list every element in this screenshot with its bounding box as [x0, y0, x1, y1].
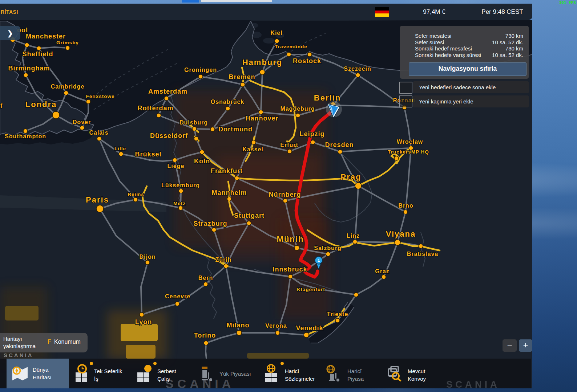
city-dot-Erfurt[interactable]	[287, 149, 292, 154]
zoom-out-button[interactable]: −	[503, 339, 517, 352]
city-label-Magdeburg[interactable]: Magdeburg	[280, 106, 315, 112]
city-label-Birmingham[interactable]: Birmingham	[8, 65, 50, 72]
city-label-Groningen[interactable]: Groningen	[184, 67, 217, 73]
city-label-Calais[interactable]: Calais	[89, 130, 108, 136]
city-label-Strazburg[interactable]: Strazburg	[193, 220, 227, 227]
city-dot-Felixstowe[interactable]	[86, 99, 90, 104]
city-dot-Düsseldorf[interactable]	[194, 136, 198, 141]
tab-current-convoy[interactable]: MevcutKonvoy	[382, 359, 445, 388]
city-dot-Zürih[interactable]	[224, 264, 228, 268]
city-dot-Londra[interactable]	[52, 111, 60, 119]
city-label-Klagenfurt[interactable]: Klagenfurt	[297, 287, 325, 292]
city-label-Amsterdam[interactable]: Amsterdam	[148, 88, 187, 95]
city-dot-Trieste[interactable]	[335, 318, 340, 323]
city-label-Lyon[interactable]: Lyon	[135, 318, 152, 326]
city-dot-Liège[interactable]	[173, 158, 177, 162]
city-label-Trieste[interactable]: Trieste	[327, 311, 348, 317]
city-dot-Milano[interactable]	[237, 330, 242, 335]
zoom-in-button[interactable]: +	[519, 339, 532, 352]
city-dot-Dover[interactable]	[80, 126, 84, 130]
tab-cargo-market[interactable]: Yük Piyasası	[195, 359, 256, 388]
city-dot-Metz[interactable]	[178, 206, 183, 210]
city-dot-Mannheim[interactable]	[227, 197, 231, 201]
city-label-Rotterdam[interactable]: Rotterdam	[137, 105, 173, 112]
city-label-Milano[interactable]: Milano	[227, 322, 250, 329]
city-label-Hamburg[interactable]: Hamburg	[242, 58, 283, 67]
city-label-Grimsby[interactable]: Grimsby	[56, 40, 79, 45]
city-label-Münih[interactable]: Münih	[277, 234, 304, 244]
city-dot-Lyon[interactable]	[140, 313, 144, 317]
city-label-Zürih[interactable]: Zürih	[215, 257, 232, 263]
city-dot-Bratislava[interactable]	[419, 244, 423, 248]
city-dot-Dresden[interactable]	[338, 150, 342, 154]
city-dot-Torino[interactable]	[204, 341, 208, 345]
city-dot[interactable]	[354, 293, 358, 297]
city-dot-Paris[interactable]	[96, 205, 104, 212]
city-label-Salzburg[interactable]: Salzburg	[314, 245, 342, 251]
city-dot-Travemünde[interactable]	[287, 52, 291, 57]
city-label-Londra[interactable]: Londra	[25, 100, 57, 109]
city-dot-Nürnberg[interactable]	[283, 199, 287, 203]
city-label-Paris[interactable]: Paris	[86, 195, 109, 204]
city-dot-Linz[interactable]	[353, 240, 357, 244]
city-label-Brüksel[interactable]: Brüksel	[135, 151, 161, 158]
city-label-Lille[interactable]: Lille	[114, 146, 126, 151]
city-dot-Frankfurt[interactable]	[235, 176, 239, 180]
city-label-Osnabrück[interactable]: Osnabrück	[211, 99, 245, 105]
city-dot-Prag[interactable]	[355, 183, 362, 189]
sidebar-expand-button[interactable]: ❯	[0, 26, 20, 40]
city-dot-Hannover[interactable]	[259, 110, 263, 114]
city-dot-Venedik[interactable]	[304, 332, 309, 338]
city-label-Erfurt[interactable]: Erfurt	[280, 142, 298, 148]
city-label-Innsbruck[interactable]: Innsbruck	[273, 266, 307, 273]
tab-quick-job[interactable]: Tek Seferlikİş	[70, 359, 132, 388]
city-dot-Osnabrück[interactable]	[226, 106, 230, 111]
city-label-Cambridge[interactable]: Cambridge	[51, 83, 85, 90]
city-label-Brno[interactable]: Brno	[398, 203, 413, 209]
city-label-Rostock[interactable]: Rostock	[293, 57, 321, 65]
reset-navigation-button[interactable]: Navigasyonu sıfırla	[409, 62, 526, 76]
city-label-Mannheim[interactable]: Mannheim	[211, 189, 247, 196]
city-dot-Grimsby[interactable]	[65, 46, 70, 50]
append-destinations-checkbox[interactable]	[399, 82, 412, 94]
city-label-Liège[interactable]: Liège	[168, 163, 185, 169]
city-dot-Leipzig[interactable]	[311, 140, 315, 144]
city-dot-Innsbruck[interactable]	[288, 274, 292, 279]
city-label-Frankfurt[interactable]: Frankfurt	[211, 167, 243, 175]
city-dot-Calais[interactable]	[97, 136, 101, 141]
city-dot-Reims[interactable]	[133, 197, 138, 202]
city-dot-Dijon[interactable]	[145, 260, 150, 265]
city-label-Düsseldorf[interactable]: Düsseldorf	[150, 132, 188, 139]
city-dot-Rostock[interactable]	[307, 52, 312, 57]
add-avoid-point-label[interactable]: Yeni kaçınma yeri ekle	[413, 95, 529, 107]
city-dot-Amsterdam[interactable]	[164, 96, 169, 101]
city-dot-Stuttgart[interactable]	[247, 221, 251, 225]
city-dot-Bremen[interactable]	[241, 82, 245, 87]
city-dot-Dortmund[interactable]	[210, 127, 215, 131]
city-dot-Cambridge[interactable]	[64, 91, 68, 95]
city-label-Manchester[interactable]: Manchester	[26, 33, 66, 40]
city-label-Bratislava[interactable]: Bratislava	[407, 251, 439, 257]
city-label-f[interactable]: f	[0, 102, 3, 110]
city-label-Wrocław[interactable]: Wrocław	[397, 139, 423, 145]
city-label-Viyana[interactable]: Viyana	[386, 229, 416, 238]
city-label-Metz[interactable]: Metz	[173, 201, 186, 206]
city-dot-Magdeburg[interactable]	[296, 113, 300, 118]
tab-external-market[interactable]: HaricîPiyasa	[321, 359, 383, 388]
city-label-Torino[interactable]: Torino	[194, 332, 216, 339]
city-dot-Kassel[interactable]	[251, 140, 256, 144]
append-destinations-label[interactable]: Yeni hedefleri sadece sona ekle	[413, 81, 529, 93]
city-dot-Kiel[interactable]	[275, 39, 279, 43]
tab-world-map[interactable]: DünyaHaritası	[7, 359, 69, 388]
city-label-Dover[interactable]: Dover	[73, 119, 91, 125]
city-dot-Rotterdam[interactable]	[157, 113, 161, 118]
city-dot-Strazburg[interactable]	[212, 228, 216, 232]
city-label-Berlin[interactable]: Berlin	[314, 93, 341, 102]
city-dot-Manchester[interactable]	[25, 43, 29, 47]
city-label-Duisburg[interactable]: Duisburg	[179, 119, 208, 126]
city-dot-TruckersMP HQ[interactable]	[394, 156, 399, 160]
tab-external-contracts[interactable]: HaricîSözleşmeler	[259, 359, 322, 388]
city-label-Leipzig[interactable]: Leipzig	[300, 130, 325, 138]
city-dot-Szczecin[interactable]	[356, 73, 360, 77]
city-dot-Graz[interactable]	[382, 275, 386, 279]
